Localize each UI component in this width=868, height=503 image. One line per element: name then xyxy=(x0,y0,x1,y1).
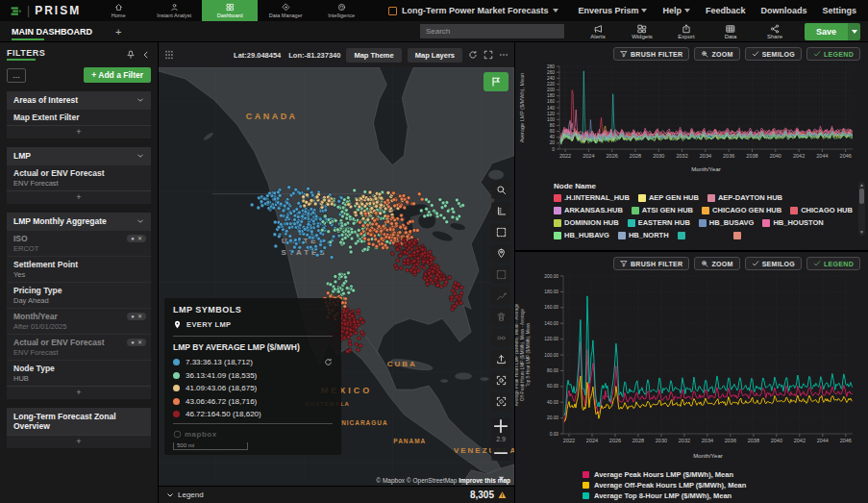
fullscreen-icon[interactable] xyxy=(484,50,493,60)
filter-section-header-2[interactable]: LMP Monthly Aggregate xyxy=(7,213,151,230)
every-lmp-row[interactable]: EVERY LMP xyxy=(173,320,333,329)
map-tool-focus2[interactable] xyxy=(491,392,510,411)
add-filter-row-button[interactable]: + xyxy=(7,125,151,138)
filter-item-actual-or-env-forecast[interactable]: Actual or ENV ForecastENV Forecast xyxy=(7,164,151,190)
symbol-class-row[interactable]: 46.72:164.50 (18,620) xyxy=(173,410,333,418)
topbar-menu-feedback[interactable]: Feedback xyxy=(706,6,746,15)
widgets-button[interactable]: Widgets xyxy=(622,24,662,39)
legend-scrollbar[interactable]: ▲▼ xyxy=(858,182,865,236)
dashboard-context-switcher[interactable]: Long-Term Power Market Forecasts xyxy=(388,0,558,21)
scroll-down-icon[interactable]: ▼ xyxy=(859,229,864,235)
zoom-in-button[interactable] xyxy=(491,417,510,434)
nav-item-home[interactable]: Home xyxy=(90,0,146,21)
nav-item-dashboard[interactable]: Dashboard xyxy=(202,0,258,21)
alerts-button[interactable]: Alerts xyxy=(578,24,618,39)
nav-item-data-manager[interactable]: Data Manager xyxy=(258,0,313,21)
refresh-icon[interactable] xyxy=(324,358,333,366)
semilog-toggle[interactable]: SEMILOG xyxy=(745,47,802,61)
filter-section-header-3[interactable]: Long-Term Forecast Zonal Overview xyxy=(7,408,151,435)
legend-item[interactable]: Average Peak Hours LMP ($/MWh), Mean xyxy=(583,469,868,480)
legend-item[interactable]: Average Off-Peak Hours LMP ($/MWh), Mean xyxy=(583,480,868,490)
legend-item[interactable]: .H.INTERNAL_HUB xyxy=(554,192,630,203)
filter-item-node-type[interactable]: Node TypeHUB xyxy=(7,360,151,386)
add-tab-button[interactable]: + xyxy=(106,26,131,38)
export-button[interactable]: Export xyxy=(666,24,707,39)
topbar-menu-downloads[interactable]: Downloads xyxy=(760,6,806,15)
improve-map-link[interactable]: Improve this map xyxy=(459,477,510,484)
legend-item[interactable]: HB_HUBAVG xyxy=(554,230,609,240)
filter-item-month-year[interactable]: Month/YearAfter 01/01/2025●✕ xyxy=(7,308,151,334)
drag-handle-icon[interactable] xyxy=(164,50,174,60)
share-button[interactable]: Share xyxy=(755,24,795,39)
more-options-icon[interactable] xyxy=(499,50,508,60)
filter-item-settlement-point[interactable]: Settlement PointYes xyxy=(7,256,151,282)
legend-toggle[interactable]: LEGEND xyxy=(806,47,860,61)
filters-more-button[interactable]: ... xyxy=(7,68,26,83)
search-input[interactable] xyxy=(420,24,564,38)
map-attribution[interactable]: © Mapbox © OpenStreetMap Improve this ma… xyxy=(376,477,510,484)
legend-item[interactable]: Average Top 8-Hour LMP ($/MWh), Mean xyxy=(583,490,868,501)
refresh-icon[interactable] xyxy=(468,50,478,60)
remove-filter-icon[interactable]: ✕ xyxy=(137,314,142,319)
legend-item[interactable]: HB_BUSAVG xyxy=(699,217,755,228)
topbar-menu-enverus-prism[interactable]: Enverus Prism xyxy=(578,6,647,15)
pin-icon[interactable] xyxy=(126,50,136,60)
map-annotate-button[interactable] xyxy=(484,72,508,91)
legend-item[interactable]: HB_NORTH xyxy=(618,230,669,240)
zoom-out-button[interactable] xyxy=(491,444,510,461)
symbol-class-row[interactable]: 41.09:43.06 (18,675) xyxy=(173,384,333,392)
legend-item[interactable]: EASTERN HUB xyxy=(628,217,690,228)
semilog-toggle[interactable]: SEMILOG xyxy=(745,257,802,270)
brush-filter-button[interactable]: BRUSH FILTER xyxy=(613,257,689,270)
map-tool-pin[interactable] xyxy=(491,244,510,263)
add-filter-row-button[interactable]: + xyxy=(7,435,151,448)
nav-item-intelligence[interactable]: Intelligence xyxy=(313,0,369,21)
filter-item-map-extent-filter[interactable]: Map Extent Filter xyxy=(7,109,151,125)
symbol-class-row[interactable]: 7.33:36.13 (18,712) xyxy=(173,358,333,366)
toggle-icon[interactable]: ● xyxy=(131,340,135,345)
legend-toggle[interactable]: LEGEND xyxy=(806,257,860,270)
map-layers-button[interactable]: Map Layers xyxy=(408,48,462,63)
legend-item[interactable]: CHICAGO HUB xyxy=(790,205,853,215)
filter-section-header-1[interactable]: LMP xyxy=(7,147,151,164)
scroll-up-icon[interactable]: ▲ xyxy=(859,182,864,188)
zoom-button[interactable]: ZOOM xyxy=(694,47,739,61)
symbol-class-row[interactable]: 43.06:46.72 (18,716) xyxy=(173,397,333,406)
add-filter-row-button[interactable]: + xyxy=(7,190,151,204)
legend-item[interactable]: AEP GEN HUB xyxy=(638,192,699,203)
legend-item[interactable]: ATSI GEN HUB xyxy=(632,205,693,215)
tab-main-dashboard[interactable]: MAIN DASHBOARD xyxy=(0,21,106,41)
collapse-sidebar-icon[interactable] xyxy=(141,50,151,60)
save-button[interactable]: Save xyxy=(805,23,860,40)
brush-filter-button[interactable]: BRUSH FILTER xyxy=(613,47,689,61)
map-legend-toggle[interactable]: Legend xyxy=(166,490,204,499)
nav-item-instant-analyst[interactable]: Instant Analyst xyxy=(146,0,202,21)
legend-item[interactable]: DOMINION HUB xyxy=(554,217,619,228)
legend-item[interactable]: CHICAGO GEN HUB xyxy=(702,205,781,215)
add-filter-button[interactable]: + Add a Filter xyxy=(84,67,151,83)
remove-filter-icon[interactable]: ✕ xyxy=(137,236,142,241)
remove-filter-icon[interactable]: ✕ xyxy=(137,340,142,345)
lmp-mean-chart[interactable]: 0204060801001201401601802002202402602802… xyxy=(515,61,858,180)
scroll-thumb[interactable] xyxy=(859,189,864,204)
peak-offpeak-chart[interactable]: 0.0020.0040.0060.0080.00100.00120.00140.… xyxy=(515,270,858,468)
toggle-icon[interactable]: ● xyxy=(131,236,135,241)
legend-item[interactable]: HB_HOUSTON xyxy=(762,217,823,228)
topbar-menu-help[interactable]: Help xyxy=(662,6,690,15)
map-theme-button[interactable]: Map Theme xyxy=(346,48,401,63)
zoom-button[interactable]: ZOOM xyxy=(694,257,739,270)
map-tool-rectsel[interactable] xyxy=(491,223,510,241)
filter-item-iso[interactable]: ISOERCOT●✕ xyxy=(7,230,151,256)
legend-item[interactable]: AEP-DAYTON HUB xyxy=(707,192,782,203)
save-caret[interactable] xyxy=(848,23,860,40)
map-tool-upload[interactable] xyxy=(491,350,510,368)
filter-section-header-0[interactable]: Areas of Interest xyxy=(7,91,151,109)
data-button[interactable]: Data xyxy=(710,24,751,39)
filter-item-actual-or-env-forecast[interactable]: Actual or ENV ForecastENV Forecast●✕ xyxy=(7,334,151,360)
toggle-icon[interactable]: ● xyxy=(131,314,135,319)
symbol-class-row[interactable]: 36.13:41.09 (18,535) xyxy=(173,371,333,380)
map-tool-search[interactable] xyxy=(491,181,510,199)
add-filter-row-button[interactable]: + xyxy=(7,386,151,399)
map-canvas[interactable]: UNITEDSTATESCANADAMEXICOCUBAGUATEMALANIC… xyxy=(159,67,514,486)
topbar-menu-settings[interactable]: Settings xyxy=(822,6,856,15)
